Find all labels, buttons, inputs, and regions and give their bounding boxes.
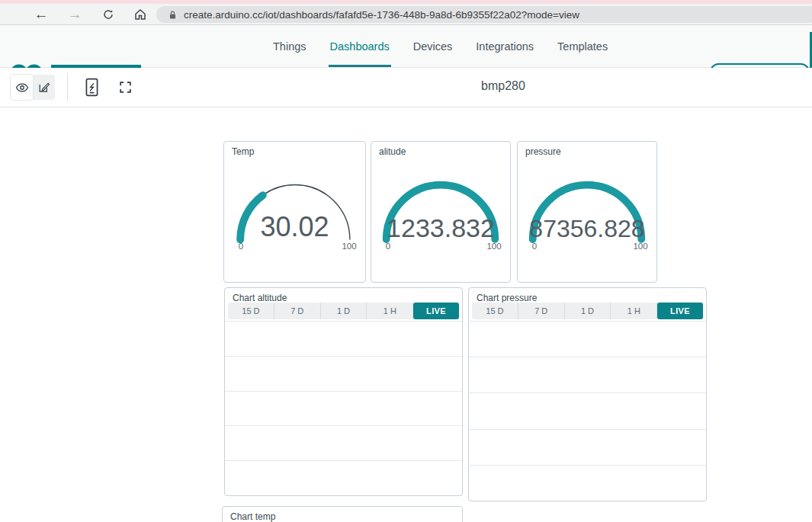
gridline-row [469, 321, 706, 357]
gauge-widget-pressure: pressure 87356.828 0 100 [517, 141, 657, 283]
fullscreen-icon [118, 80, 133, 94]
home-icon[interactable] [130, 4, 151, 25]
gridline-row [225, 321, 462, 356]
gridline-row [225, 356, 462, 391]
range-1h-button[interactable]: 1 H [611, 303, 657, 319]
chart-plot-area [469, 321, 706, 501]
chart-widget-temp: Chart temp [222, 506, 463, 522]
gauge-max-label: 100 [627, 242, 653, 251]
live-button[interactable]: LIVE [413, 303, 459, 319]
widget-title: Chart altitude [233, 293, 287, 303]
time-range-bar: 15 D 7 D 1 D 1 H LIVE [228, 303, 459, 319]
tab-integrations[interactable]: Integrations [476, 25, 534, 67]
tab-things[interactable]: Things [273, 25, 307, 67]
range-1h-button[interactable]: 1 H [367, 303, 413, 319]
tab-dashboards[interactable]: Dashboards [330, 25, 390, 67]
chart-plot-area [225, 321, 462, 495]
address-bar[interactable]: create.arduino.cc/iot/dashboards/fafafd5… [156, 6, 812, 23]
gauge-value: 87356.828 [518, 216, 656, 241]
live-button[interactable]: LIVE [657, 303, 703, 319]
tab-templates[interactable]: Templates [557, 25, 608, 67]
page: ← → create.arduino.cc/iot/dashboards/faf… [0, 0, 812, 522]
range-15d-button[interactable]: 15 D [228, 303, 274, 319]
gauge-widget-temp: Temp 30.02 0 100 [223, 141, 366, 283]
widget-title: Temp [232, 146, 254, 157]
edit-icon [37, 81, 50, 94]
forward-icon[interactable]: → [64, 4, 85, 25]
range-15d-button[interactable]: 15 D [472, 303, 518, 319]
gridline-row [225, 460, 462, 495]
chart-widget-pressure: Chart pressure 15 D 7 D 1 D 1 H LIVE [468, 287, 707, 501]
gridline-row [469, 392, 706, 428]
view-toolbar: bmp280 [0, 68, 812, 107]
gridline-row [225, 391, 462, 426]
reload-icon[interactable] [98, 4, 119, 25]
chart-widget-altitude: Chart altitude 15 D 7 D 1 D 1 H LIVE [224, 287, 463, 496]
gridline-row [469, 429, 706, 465]
url-text: create.arduino.cc/iot/dashboards/fafafd5… [184, 9, 579, 21]
range-1d-button[interactable]: 1 D [321, 303, 367, 319]
gridline-row [469, 465, 706, 501]
gauge-value: 1233.832 [371, 215, 510, 241]
home-glyph [133, 8, 147, 21]
toolbar-divider [67, 73, 68, 101]
tab-devices[interactable]: Devices [413, 25, 453, 67]
gauge-min-label: 0 [230, 242, 252, 251]
view-mode-toggle [11, 75, 55, 100]
gridline-row [225, 425, 462, 460]
reload-glyph [102, 8, 114, 21]
lock-icon [168, 10, 177, 20]
gauge-min-label: 0 [377, 242, 399, 251]
widget-title: alitude [379, 146, 406, 157]
gauge-min-label: 0 [524, 242, 545, 251]
app-header: IOT CLOUD Things Dashboards Devices Inte… [0, 25, 812, 68]
range-1d-button[interactable]: 1 D [565, 303, 611, 319]
dashboard-title: bmp280 [427, 79, 579, 93]
back-icon[interactable]: ← [30, 4, 52, 25]
main-nav: Things Dashboards Devices Integrations T… [273, 25, 608, 67]
browser-toolbar: ← → create.arduino.cc/iot/dashboards/faf… [0, 4, 812, 25]
gauge-max-label: 100 [481, 242, 507, 251]
gridline-row [469, 357, 706, 392]
gauge-max-label: 100 [336, 242, 362, 251]
widget-title: Chart temp [230, 511, 275, 522]
gauge-value: 30.02 [224, 213, 365, 241]
range-7d-button[interactable]: 7 D [274, 303, 321, 319]
gauge-widget-alitude: alitude 1233.832 0 100 [371, 141, 511, 283]
fullscreen-button[interactable] [113, 75, 137, 100]
time-range-bar: 15 D 7 D 1 D 1 H LIVE [472, 303, 703, 319]
mobile-app-button[interactable] [79, 75, 104, 100]
widget-title: Chart pressure [477, 293, 537, 303]
mobile-icon [85, 78, 98, 97]
view-mode-eye-button[interactable] [11, 75, 33, 100]
eye-icon [15, 81, 29, 94]
range-7d-button[interactable]: 7 D [518, 303, 565, 319]
edit-mode-button[interactable] [33, 75, 55, 100]
widget-title: pressure [525, 146, 561, 157]
